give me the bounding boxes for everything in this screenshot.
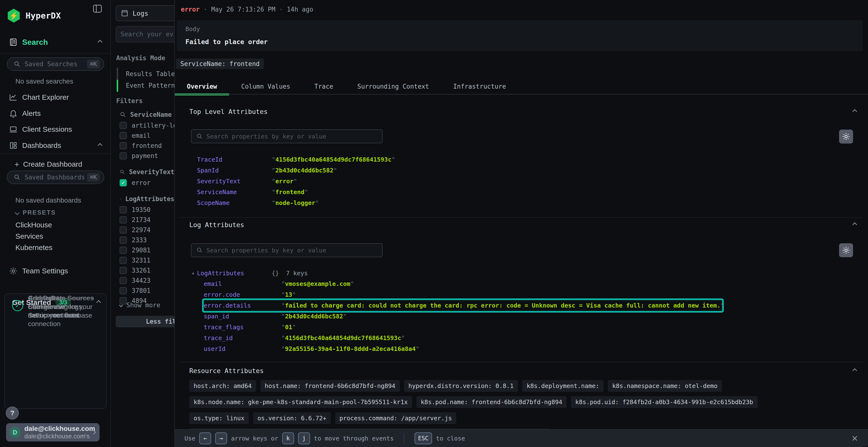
attribute-row[interactable]: SpanId 2b43d0c4dd6bc582 [197,165,395,176]
checkbox-icon[interactable]: ✓ [120,227,127,234]
resource-chip[interactable]: hyperdx.distro.version: 0.8.1 [404,380,518,392]
attribute-value[interactable]: failed to charge card: could not charge … [281,302,724,309]
filter-checkbox-row[interactable]: ✓ 19350 [120,205,174,215]
attribute-row[interactable]: error.code 13 [204,289,722,300]
sidebar-item-chart-explorer[interactable]: Chart Explorer [0,90,111,105]
top-level-settings-button[interactable] [839,130,853,143]
attribute-key[interactable]: trace_id [204,335,281,342]
tab[interactable]: Surrounding Context [345,78,441,94]
tab[interactable]: Trace [302,78,345,94]
log-attributes-search-field[interactable] [207,247,382,254]
attribute-key[interactable]: ScopeName [197,199,272,206]
filter-checkbox-row[interactable]: ✓ email [120,131,174,141]
collapse-section-icon[interactable] [852,222,857,227]
log-attributes-search-box[interactable] [191,243,383,257]
attribute-value[interactable]: 01 [281,324,296,331]
filter-checkbox-row[interactable]: ✓ frontend [120,141,174,151]
resource-chip[interactable]: os.version: 6.6.72+ [253,412,331,424]
attribute-key[interactable]: error.details [204,302,281,309]
filter-checkbox-row[interactable]: ✓ 2333 [120,235,174,245]
attribute-value[interactable]: 4156d3fbc40a64854d9dc7f68641593c [272,156,395,163]
sidebar-collapse-icon[interactable] [92,3,103,14]
sidebar-item-services[interactable]: Services [16,232,43,240]
attribute-value[interactable]: 4156d3fbc40a64854d9dc7f68641593c [281,335,405,342]
sidebar-item-search[interactable]: Search [0,35,111,49]
get-started-step[interactable]: ✓ Add Data Start sending logs, metrics, … [12,294,101,319]
filter-checkbox-row[interactable]: ✓ 33261 [120,265,174,276]
attribute-row[interactable]: ScopeName node-logger [197,198,395,208]
attribute-value[interactable]: 92a55156-39a4-11f0-8ddd-a2eca416a8a4 [281,345,419,352]
attribute-key[interactable]: SpanId [197,167,272,174]
event-search-field[interactable] [121,31,174,38]
log-attributes-tree-root[interactable]: ▾ LogAttributes {} 7 keys [192,268,308,279]
filter-checkbox-row[interactable]: ✓ 32311 [120,255,174,265]
resource-chip[interactable]: k8s.pod.name: frontend-6b6c8d7bfd-ng894 [416,396,567,408]
checkbox-icon[interactable]: ✓ [120,267,127,274]
filter-group-header[interactable]: SeverityText [120,166,174,178]
resource-chip[interactable]: k8s.node.name: gke-pme-k8s-standard-main… [189,396,412,408]
saved-searches-field[interactable] [25,61,87,68]
mode-results-table[interactable]: Results Table [126,70,174,77]
source-select[interactable]: Logs [116,5,174,21]
create-dashboard-button[interactable]: + Create Dashboard [0,157,111,171]
tab[interactable]: Infrastructure [441,78,518,94]
checkbox-icon[interactable]: ✓ [120,122,127,129]
resource-chip[interactable]: k8s.namespace.name: otel-demo [608,380,722,392]
filter-checkbox-row[interactable]: ✓ 21734 [120,215,174,225]
top-level-search-field[interactable] [207,133,382,140]
saved-searches-input[interactable]: ⌘K [7,57,104,71]
mode-event-patterns[interactable]: Event Patterns [126,82,174,89]
collapse-section-icon[interactable] [852,368,857,373]
tree-expand-icon[interactable]: ▾ [192,271,197,276]
attribute-value[interactable]: frontend [272,188,308,196]
filter-checkbox-row[interactable]: ✓ 29081 [120,245,174,255]
attribute-value[interactable]: error [272,178,297,185]
resource-chip[interactable]: host.name: frontend-6b6c8d7bfd-ng894 [260,380,400,392]
sidebar-item-client-sessions[interactable]: Client Sessions [0,122,111,137]
resource-chip[interactable]: host.arch: amd64 [189,380,256,392]
attribute-row[interactable]: span_id 2b43d0c4dd6bc582 [204,311,722,322]
attribute-row[interactable]: SeverityText error [197,176,395,187]
resource-chip[interactable]: k8s.pod.uid: f284fb2d-a0b3-4634-991b-e2c… [571,396,757,408]
attribute-row[interactable]: userId 92a55156-39a4-11f0-8ddd-a2eca416a… [204,343,722,354]
checkbox-icon[interactable]: ✓ [120,247,127,254]
presets-toggle[interactable]: PRESETS [16,209,56,216]
filter-checkbox-row[interactable]: ✓ 22974 [120,225,174,235]
checkbox-icon[interactable]: ✓ [120,237,127,244]
saved-dashboards-input[interactable]: ⌘K [7,171,104,184]
attribute-row[interactable]: error.details failed to charge card: cou… [204,300,722,311]
checkbox-icon[interactable]: ✓ [120,257,127,264]
attribute-key[interactable]: email [204,280,281,287]
sidebar-item-dashboards[interactable]: Dashboards [0,138,111,153]
chevron-up-icon[interactable] [98,143,102,148]
less-filters-button[interactable]: Less fil [116,316,174,327]
attribute-value[interactable]: node-logger [272,199,319,206]
filter-checkbox-row[interactable]: ✓ artillery-loa [120,121,174,131]
filter-checkbox-row[interactable]: ✓ 34423 [120,276,174,286]
attribute-row[interactable]: email vmoses@example.com [204,278,722,289]
attribute-key[interactable]: error.code [204,291,281,298]
checkbox-icon[interactable]: ✓ [120,179,127,186]
sidebar-item-clickhouse[interactable]: ClickHouse [16,221,52,229]
log-attributes-settings-button[interactable] [839,243,853,257]
checkbox-icon[interactable]: ✓ [120,142,127,149]
tab[interactable]: Overview [175,78,229,94]
filter-group-header[interactable]: ServiceName [120,109,174,121]
top-level-search-box[interactable] [191,129,383,143]
attribute-value[interactable]: 2b43d0c4dd6bc582 [272,167,337,174]
checkbox-icon[interactable]: ✓ [120,152,127,160]
tab[interactable]: Column Values [229,78,302,94]
checkbox-icon[interactable]: ✓ [120,287,127,294]
attribute-value[interactable]: 13 [281,291,296,298]
attribute-row[interactable]: ServiceName frontend [197,187,395,198]
checkbox-icon[interactable]: ✓ [120,277,127,284]
resource-chip[interactable]: k8s.deployment.name: [522,380,603,392]
close-icon[interactable]: × [851,432,858,444]
service-tag[interactable]: ServiceName: frontend [176,59,264,69]
checkbox-icon[interactable]: ✓ [120,132,127,139]
saved-dashboards-field[interactable] [25,174,87,181]
sidebar-item-alerts[interactable]: Alerts [0,106,111,121]
sidebar-item-team-settings[interactable]: Team Settings [0,264,111,278]
attribute-row[interactable]: TraceId 4156d3fbc40a64854d9dc7f68641593c [197,154,395,165]
sidebar-item-kubernetes[interactable]: Kubernetes [16,243,52,252]
